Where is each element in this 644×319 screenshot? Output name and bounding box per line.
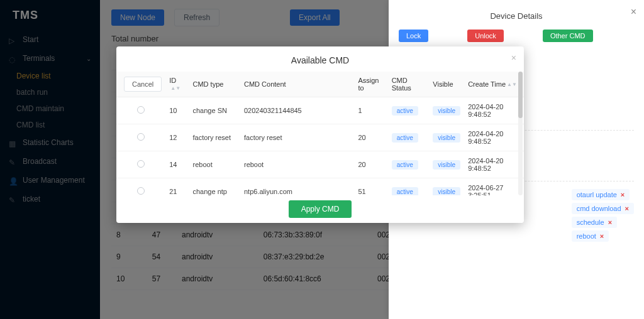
cell-content: factory reset <box>240 124 354 151</box>
status-tag: active <box>392 133 418 143</box>
cell-content: ntp6.aliyun.com <box>240 178 354 196</box>
cell-type: change ntp <box>189 178 240 196</box>
drawer-title: Device Details <box>399 9 634 30</box>
close-icon[interactable]: × <box>511 53 516 63</box>
cell-create: 2024-04-20 9:48:52 <box>464 97 524 124</box>
cmd-row[interactable]: 12factory resetfactory reset20activevisi… <box>116 124 524 151</box>
cell-type: change SN <box>189 97 240 124</box>
cmd-tag[interactable]: schedule× <box>572 217 617 228</box>
status-tag: active <box>392 106 418 116</box>
cell-create: 2024-04-20 9:48:52 <box>464 124 524 151</box>
cell-create: 2024-04-20 9:48:52 <box>464 151 524 178</box>
cmd-tag[interactable]: otaurl update× <box>572 189 630 200</box>
cell-assign: 20 <box>354 151 387 178</box>
col-content[interactable]: CMD Content <box>240 72 354 97</box>
col-status[interactable]: CMD Status <box>388 72 430 97</box>
cmd-table: Cancel ID▲▼ CMD type CMD Content Assign … <box>116 72 524 195</box>
modal-title: Available CMD × <box>116 46 524 72</box>
radio-select[interactable] <box>137 133 145 141</box>
radio-select[interactable] <box>137 187 145 195</box>
cell-id: 10 <box>165 97 189 124</box>
visible-tag: visible <box>433 160 460 170</box>
cell-id: 12 <box>165 124 189 151</box>
col-visible[interactable]: Visible <box>429 72 464 97</box>
visible-tag: visible <box>433 106 460 116</box>
other-cmd-button[interactable]: Other CMD <box>543 30 593 42</box>
cell-assign: 20 <box>354 124 387 151</box>
cell-create: 2024-06-27 3:25:51 <box>464 178 524 196</box>
cell-assign: 51 <box>354 178 387 196</box>
cmd-tags-column: otaurl update×cmd download×schedule×rebo… <box>572 188 634 243</box>
status-tag: active <box>392 160 418 170</box>
available-cmd-modal: Available CMD × Cancel ID▲▼ CMD type CMD… <box>116 46 524 223</box>
cmd-row[interactable]: 10change SN0202403211448451activevisible… <box>116 97 524 124</box>
sort-icon: ▲▼ <box>507 82 517 87</box>
cmd-tag[interactable]: cmd download× <box>572 203 634 214</box>
cell-id: 14 <box>165 151 189 178</box>
remove-icon[interactable]: × <box>625 205 629 212</box>
lock-button[interactable]: Lock <box>399 30 428 42</box>
radio-select[interactable] <box>137 160 145 168</box>
cell-assign: 1 <box>354 97 387 124</box>
radio-select[interactable] <box>137 106 145 114</box>
cmd-tag[interactable]: reboot× <box>572 230 609 242</box>
visible-tag: visible <box>433 133 460 143</box>
unlock-button[interactable]: Unlock <box>467 30 504 42</box>
cmd-row[interactable]: 21change ntpntp6.aliyun.com51activevisib… <box>116 178 524 196</box>
cell-type: reboot <box>189 151 240 178</box>
remove-icon[interactable]: × <box>608 219 612 226</box>
visible-tag: visible <box>433 187 460 195</box>
apply-cmd-button[interactable]: Apply CMD <box>289 200 352 218</box>
remove-icon[interactable]: × <box>600 232 604 240</box>
sort-icon: ▲▼ <box>170 86 180 91</box>
scrollbar[interactable] <box>518 72 523 195</box>
cell-content: reboot <box>240 151 354 178</box>
remove-icon[interactable]: × <box>621 191 625 198</box>
col-assign[interactable]: Assign to <box>354 72 387 97</box>
cell-type: factory reset <box>189 124 240 151</box>
close-icon[interactable]: × <box>631 6 636 18</box>
cell-content: 020240321144845 <box>240 97 354 124</box>
col-type[interactable]: CMD type <box>189 72 240 97</box>
cell-id: 21 <box>165 178 189 196</box>
cmd-row[interactable]: 14rebootreboot20activevisible2024-04-20 … <box>116 151 524 178</box>
col-id[interactable]: ID▲▼ <box>165 72 189 97</box>
col-create[interactable]: Create Time▲▼ <box>464 72 524 97</box>
cancel-button[interactable]: Cancel <box>124 77 162 92</box>
status-tag: active <box>392 187 418 195</box>
